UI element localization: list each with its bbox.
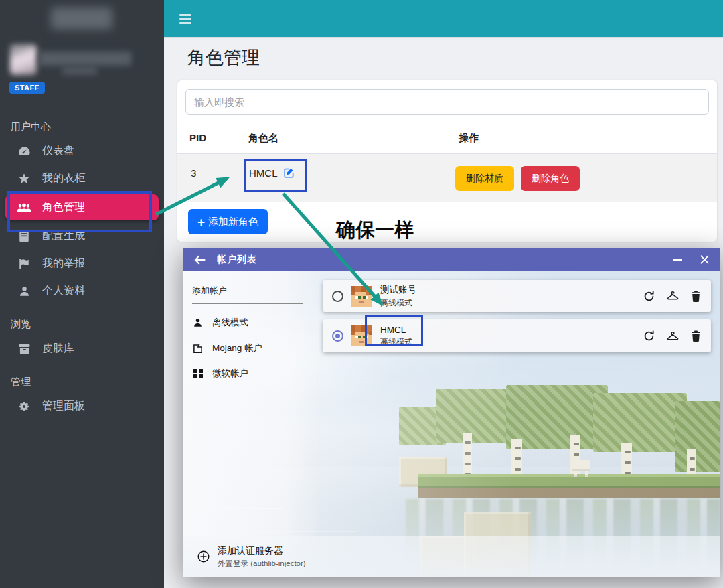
flag-icon bbox=[16, 258, 32, 270]
drawer-item-label: 微软帐户 bbox=[212, 368, 248, 380]
add-player-button[interactable]: + 添加新角色 bbox=[188, 209, 268, 234]
account-type: 离线模式 bbox=[380, 336, 412, 348]
drawer-item-offline[interactable]: 离线模式 bbox=[192, 313, 248, 333]
column-name: 角色名 bbox=[248, 132, 278, 145]
table-header: PID 角色名 操作 bbox=[177, 123, 717, 154]
hmcl-window-title: 帐户列表 bbox=[217, 254, 257, 266]
section-header-user-center: 用户中心 bbox=[0, 114, 164, 137]
column-actions: 操作 bbox=[459, 132, 479, 145]
refresh-icon[interactable] bbox=[643, 329, 655, 342]
add-auth-server-button[interactable]: 添加认证服务器 外置登录 (authlib-injector) bbox=[183, 536, 720, 577]
radio-unselected[interactable] bbox=[332, 291, 343, 302]
plus-icon: + bbox=[197, 216, 205, 228]
close-icon[interactable] bbox=[700, 254, 710, 265]
section-header-admin: 管理 bbox=[0, 369, 164, 392]
hmcl-window: 帐户列表 bbox=[183, 248, 720, 577]
pencil-square-icon[interactable] bbox=[283, 167, 295, 179]
cell-player-name: HMCL bbox=[249, 167, 295, 179]
hanger-icon[interactable] bbox=[666, 330, 679, 342]
hamburger-icon[interactable] bbox=[179, 14, 191, 26]
sidebar-item-label: 角色管理 bbox=[42, 200, 85, 214]
sidebar-nav: 用户中心 仪表盘 我的衣柜 角色管理 配置生成 bbox=[0, 114, 164, 420]
drawer-item-label: 离线模式 bbox=[212, 317, 248, 329]
username-redacted bbox=[39, 52, 131, 66]
hmcl-titlebar[interactable]: 帐户列表 bbox=[183, 248, 720, 271]
sidebar-item-label: 皮肤库 bbox=[42, 342, 74, 356]
sidebar-item-label: 管理面板 bbox=[42, 399, 85, 413]
account-info: HMCL 离线模式 bbox=[380, 325, 412, 348]
account-name: 测试账号 bbox=[380, 284, 416, 296]
drawer-item-mojang[interactable]: Mojang 帐户 bbox=[192, 338, 262, 358]
user-icon bbox=[16, 285, 32, 297]
players-card: PID 角色名 操作 3 HMCL 删除材质 删除角色 + 添加新角色 bbox=[177, 80, 717, 242]
account-name: HMCL bbox=[380, 325, 412, 335]
sidebar: STAFF 用户中心 仪表盘 我的衣柜 角色管理 配置生成 bbox=[0, 0, 164, 588]
topbar bbox=[164, 0, 723, 37]
sidebar-item-label: 配置生成 bbox=[42, 229, 85, 243]
window-controls bbox=[673, 254, 710, 265]
drawer-divider bbox=[192, 303, 303, 304]
star-icon bbox=[16, 173, 32, 185]
player-name-text: HMCL bbox=[249, 167, 278, 179]
drawer-item-microsoft[interactable]: 微软帐户 bbox=[192, 364, 248, 384]
gear-icon bbox=[16, 400, 32, 413]
add-auth-server-subtitle: 外置登录 (authlib-injector) bbox=[218, 559, 306, 569]
add-auth-server-text: 添加认证服务器 外置登录 (authlib-injector) bbox=[218, 545, 306, 569]
book-icon bbox=[16, 230, 32, 242]
sidebar-item-label: 个人资料 bbox=[42, 284, 85, 298]
hanger-icon[interactable] bbox=[666, 290, 679, 302]
brand-logo-redacted bbox=[51, 7, 112, 29]
users-icon bbox=[16, 202, 32, 213]
plus-circle-icon bbox=[197, 550, 210, 563]
player-head-avatar bbox=[351, 325, 372, 346]
annotation-text: 确保一样 bbox=[336, 217, 414, 244]
sidebar-item-label: 我的举报 bbox=[42, 256, 85, 271]
radio-selected[interactable] bbox=[332, 330, 343, 342]
page-title: 角色管理 bbox=[187, 46, 260, 70]
trash-icon[interactable] bbox=[690, 329, 702, 342]
drawer-item-label: Mojang 帐户 bbox=[212, 342, 262, 354]
account-row-test[interactable]: 测试账号 离线模式 bbox=[323, 280, 711, 312]
sidebar-item-config[interactable]: 配置生成 bbox=[0, 222, 164, 250]
sidebar-item-closet[interactable]: 我的衣柜 bbox=[0, 165, 164, 192]
account-info: 测试账号 离线模式 bbox=[380, 284, 416, 309]
add-auth-server-title: 添加认证服务器 bbox=[218, 545, 306, 557]
person-icon bbox=[192, 317, 204, 328]
section-header-browse: 浏览 bbox=[0, 311, 164, 335]
cell-pid: 3 bbox=[191, 167, 196, 179]
staff-badge: STAFF bbox=[9, 82, 45, 94]
sidebar-item-dashboard[interactable]: 仪表盘 bbox=[0, 137, 164, 165]
player-head-avatar bbox=[351, 286, 372, 307]
sidebar-item-label: 我的衣柜 bbox=[42, 171, 85, 186]
table-row: 3 HMCL 删除材质 删除角色 bbox=[177, 154, 717, 202]
refresh-icon[interactable] bbox=[643, 290, 655, 303]
gauge-icon bbox=[16, 145, 32, 157]
microsoft-icon bbox=[192, 369, 204, 378]
user-subtitle-redacted bbox=[62, 66, 97, 75]
trash-icon[interactable] bbox=[690, 290, 702, 303]
add-account-label: 添加帐户 bbox=[192, 285, 227, 297]
search-input[interactable] bbox=[185, 89, 709, 115]
brand-header[interactable] bbox=[0, 0, 164, 38]
account-actions bbox=[643, 329, 702, 342]
delete-player-button[interactable]: 删除角色 bbox=[521, 166, 580, 191]
archive-icon bbox=[16, 343, 32, 355]
hmcl-content: 添加帐户 离线模式 Mojang 帐户 微软帐户 bbox=[183, 271, 720, 577]
delete-texture-button[interactable]: 删除材质 bbox=[455, 166, 514, 191]
sidebar-item-admin-panel[interactable]: 管理面板 bbox=[0, 392, 164, 420]
sidebar-item-reports[interactable]: 我的举报 bbox=[0, 250, 164, 277]
account-row-hmcl[interactable]: HMCL 离线模式 bbox=[323, 319, 711, 352]
arrow-left-icon[interactable] bbox=[193, 254, 206, 265]
add-account-drawer: 添加帐户 离线模式 Mojang 帐户 微软帐户 bbox=[183, 271, 321, 577]
account-type: 离线模式 bbox=[380, 297, 416, 309]
minimize-icon[interactable] bbox=[673, 259, 682, 261]
mojang-icon bbox=[192, 344, 204, 354]
column-pid: PID bbox=[189, 132, 206, 143]
user-avatar-redacted bbox=[10, 44, 37, 75]
sidebar-item-players[interactable]: 角色管理 bbox=[5, 194, 159, 220]
add-player-label: 添加新角色 bbox=[208, 216, 258, 228]
sidebar-item-skinlib[interactable]: 皮肤库 bbox=[0, 335, 164, 362]
account-actions bbox=[643, 290, 702, 303]
sidebar-item-profile[interactable]: 个人资料 bbox=[0, 277, 164, 305]
sidebar-divider bbox=[0, 102, 164, 102]
